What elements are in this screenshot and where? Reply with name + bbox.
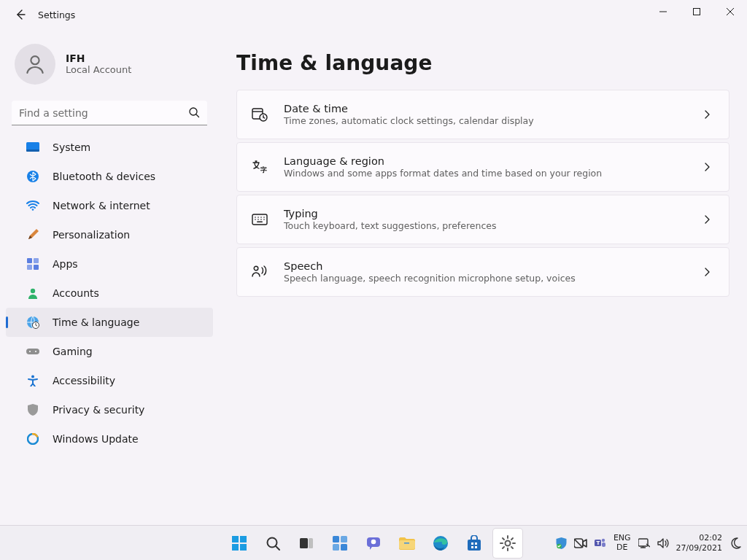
tray-teams-icon[interactable]: T — [595, 537, 606, 549]
globe-clock-icon — [26, 316, 39, 329]
sidebar-item-apps[interactable]: Apps — [6, 249, 213, 279]
nav-list: System Bluetooth & devices Network & int… — [0, 133, 219, 454]
edge-icon — [433, 535, 449, 551]
sidebar: IFH Local Account System Bluetooth & dev… — [0, 29, 219, 560]
update-icon — [26, 432, 39, 446]
folder-icon — [398, 536, 416, 551]
svg-point-24 — [258, 217, 259, 218]
store-icon — [467, 535, 481, 551]
display-icon — [26, 141, 39, 154]
svg-point-6 — [32, 209, 34, 211]
tray-security-icon[interactable] — [556, 537, 567, 549]
card-typing[interactable]: Typing Touch keyboard, text suggestions,… — [236, 195, 729, 244]
taskbar-chat[interactable] — [359, 529, 388, 558]
minimize-icon — [659, 8, 667, 15]
sidebar-item-label: Gaming — [53, 346, 93, 357]
taskview-icon — [298, 536, 314, 551]
tray-date: 27/09/2021 — [676, 543, 722, 553]
taskbar-explorer[interactable] — [392, 529, 422, 558]
account-type: Local Account — [66, 64, 131, 77]
svg-rect-61 — [638, 539, 648, 546]
search-icon — [188, 106, 200, 118]
taskbar-search[interactable] — [258, 529, 287, 558]
moon-icon — [729, 537, 741, 549]
sidebar-item-time-language[interactable]: Time & language — [6, 308, 213, 337]
taskbar: T ENG DE 02:02 27/09/2021 — [0, 525, 747, 560]
svg-point-30 — [263, 219, 265, 220]
account-icon — [26, 287, 39, 300]
close-button[interactable] — [713, 0, 747, 23]
shield-icon — [26, 403, 39, 416]
person-icon — [23, 52, 47, 76]
close-icon — [727, 8, 734, 15]
svg-point-23 — [255, 217, 256, 218]
sidebar-item-gaming[interactable]: Gaming — [6, 337, 213, 366]
svg-point-17 — [31, 376, 34, 378]
chat-icon — [365, 535, 382, 551]
maximize-button[interactable] — [680, 0, 713, 23]
sidebar-item-label: Network & internet — [53, 200, 150, 211]
search-icon — [265, 535, 281, 551]
svg-rect-0 — [694, 9, 700, 15]
svg-point-32 — [254, 266, 258, 271]
taskbar-store[interactable] — [460, 529, 489, 558]
card-title: Date & time — [284, 102, 534, 115]
sidebar-item-system[interactable]: System — [6, 133, 213, 162]
svg-rect-60 — [602, 542, 605, 547]
sidebar-item-network[interactable]: Network & internet — [6, 191, 213, 220]
sidebar-item-label: Time & language — [53, 316, 139, 328]
taskbar-taskview[interactable] — [292, 529, 321, 558]
account-block[interactable]: IFH Local Account — [0, 35, 219, 90]
card-subtitle: Touch keyboard, text suggestions, prefer… — [284, 220, 496, 233]
card-language-region[interactable]: 字 Language & region Windows and some app… — [236, 142, 729, 192]
svg-rect-14 — [26, 349, 39, 354]
svg-rect-46 — [399, 540, 415, 549]
sidebar-item-windows-update[interactable]: Windows Update — [6, 424, 213, 454]
widgets-icon — [332, 535, 348, 551]
tray-quick-settings[interactable] — [638, 538, 669, 548]
card-subtitle: Time zones, automatic clock settings, ca… — [284, 115, 534, 128]
svg-rect-8 — [34, 258, 39, 263]
tray-clock[interactable]: 02:02 27/09/2021 — [676, 533, 722, 552]
paintbrush-icon — [26, 228, 39, 241]
card-subtitle: Windows and some apps format dates and t… — [284, 168, 602, 180]
sidebar-item-bluetooth[interactable]: Bluetooth & devices — [6, 162, 213, 191]
svg-text:字: 字 — [260, 166, 267, 174]
tray-language-bottom: DE — [614, 543, 631, 552]
language-icon: 字 — [252, 159, 268, 175]
sidebar-item-personalization[interactable]: Personalization — [6, 220, 213, 249]
svg-point-16 — [35, 351, 36, 352]
taskbar-settings[interactable] — [493, 529, 522, 558]
svg-rect-39 — [309, 538, 313, 548]
minimize-button[interactable] — [646, 0, 680, 23]
svg-point-54 — [506, 540, 511, 545]
taskbar-edge[interactable] — [426, 529, 455, 558]
svg-rect-43 — [341, 544, 347, 551]
sidebar-item-privacy[interactable]: Privacy & security — [6, 395, 213, 424]
maximize-icon — [693, 8, 700, 15]
keyboard-icon — [252, 211, 268, 228]
arrow-left-icon — [15, 9, 26, 20]
svg-rect-42 — [333, 544, 339, 551]
taskbar-start[interactable] — [225, 529, 254, 558]
sidebar-item-label: Apps — [53, 258, 78, 270]
svg-point-27 — [255, 219, 256, 220]
card-speech[interactable]: Speech Speech language, speech recogniti… — [236, 247, 729, 297]
svg-rect-40 — [333, 536, 339, 542]
sidebar-item-accounts[interactable]: Accounts — [6, 279, 213, 308]
search-input[interactable] — [12, 101, 207, 125]
svg-rect-10 — [34, 265, 39, 270]
svg-point-1 — [31, 56, 39, 64]
sidebar-item-accessibility[interactable]: Accessibility — [6, 366, 213, 395]
svg-rect-41 — [341, 536, 347, 542]
tray-language[interactable]: ENG DE — [614, 534, 631, 551]
app-title: Settings — [38, 9, 75, 20]
back-button[interactable] — [12, 6, 29, 23]
card-date-time[interactable]: Date & time Time zones, automatic clock … — [236, 90, 729, 139]
taskbar-widgets[interactable] — [325, 529, 355, 558]
tray-notifications[interactable] — [729, 537, 741, 549]
svg-rect-52 — [471, 546, 473, 548]
wifi-icon — [26, 199, 39, 212]
tray-meet-now-icon[interactable] — [574, 538, 587, 548]
svg-rect-4 — [26, 149, 39, 152]
